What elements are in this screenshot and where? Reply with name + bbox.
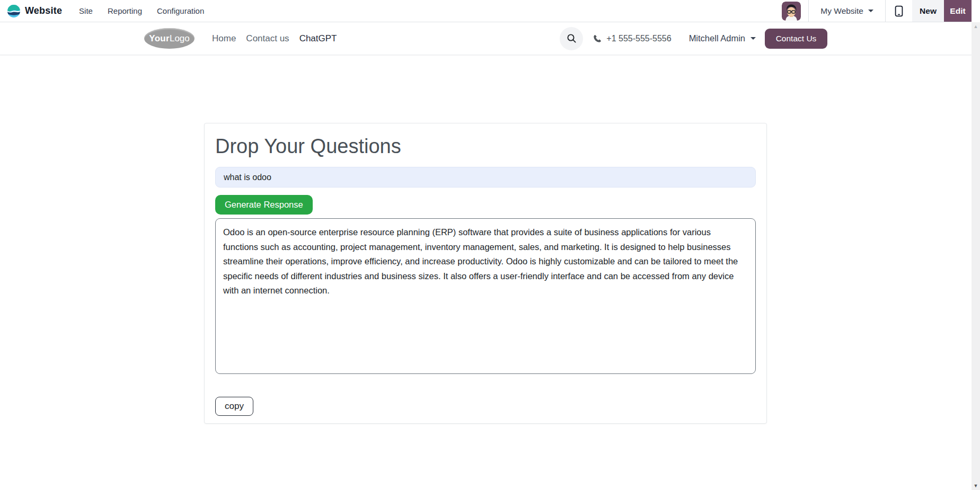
search-button[interactable] (560, 27, 583, 50)
new-button[interactable]: New (912, 0, 944, 22)
logo-text-bold: Your (149, 33, 170, 44)
phone-icon (593, 34, 602, 43)
header-phone-link[interactable]: +1 555-555-5556 (593, 34, 671, 43)
response-textarea[interactable]: Odoo is an open-source enterprise resour… (215, 218, 756, 374)
menu-reporting[interactable]: Reporting (100, 0, 149, 22)
chevron-down-icon (868, 10, 873, 12)
logo-text-light: Logo (170, 33, 190, 44)
chevron-down-icon (751, 37, 756, 40)
search-icon (567, 33, 577, 43)
vertical-scrollbar[interactable]: ▲ ▼ (972, 22, 980, 490)
user-avatar[interactable] (774, 0, 808, 22)
menu-configuration[interactable]: Configuration (149, 0, 211, 22)
website-switcher-label: My Website (820, 6, 863, 16)
page-title: Drop Your Questions (215, 135, 756, 158)
scroll-up-icon[interactable]: ▲ (974, 24, 978, 29)
top-navbar: Website Site Reporting Configuration My … (0, 0, 972, 22)
website-app-brand[interactable]: Website (7, 4, 62, 18)
scroll-down-icon[interactable]: ▼ (974, 483, 978, 488)
your-logo[interactable]: YourLogo (144, 28, 195, 49)
user-name: Mitchell Admin (689, 33, 745, 43)
user-account-menu[interactable]: Mitchell Admin (689, 33, 756, 43)
question-input[interactable] (215, 167, 756, 188)
generate-response-button[interactable]: Generate Response (215, 195, 313, 215)
copy-button[interactable]: copy (215, 397, 253, 416)
edit-button[interactable]: Edit (944, 0, 972, 22)
website-switcher[interactable]: My Website (809, 0, 885, 22)
chatgpt-card: Drop Your Questions Generate Response Od… (204, 123, 767, 424)
contact-us-button[interactable]: Contact Us (765, 29, 827, 49)
brand-name: Website (25, 5, 62, 16)
site-header: YourLogo Home Contact us ChatGPT (0, 22, 972, 55)
nav-link-home[interactable]: Home (212, 33, 236, 44)
phone-number: +1 555-555-5556 (606, 34, 671, 43)
nav-link-chatgpt[interactable]: ChatGPT (299, 33, 337, 44)
mobile-preview-button[interactable] (886, 0, 912, 22)
odoo-website-logo-icon (7, 4, 21, 18)
nav-link-contact-us[interactable]: Contact us (246, 33, 289, 44)
mobile-icon (895, 5, 903, 17)
menu-site[interactable]: Site (72, 0, 100, 22)
